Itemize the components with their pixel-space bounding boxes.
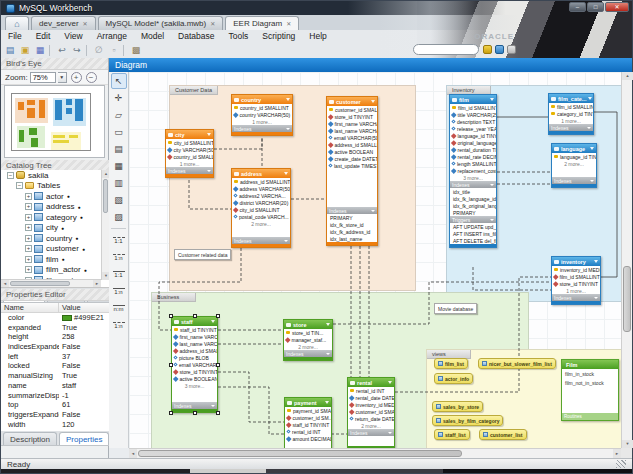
menu-tools[interactable]: Tools (221, 31, 255, 41)
section-header-indexes[interactable]: Indexes (284, 350, 332, 357)
tree-item-table-address[interactable]: +address● (1, 202, 109, 213)
property-row-indicesExpanded[interactable]: indicesExpandedFalse (1, 342, 109, 352)
collapse-icon[interactable] (211, 320, 215, 323)
relationship-line[interactable] (395, 277, 551, 392)
table-header[interactable]: store (284, 320, 332, 329)
property-row-triggersExpanded[interactable]: triggersExpandedFalse (1, 410, 109, 420)
expander-icon[interactable]: + (25, 224, 32, 231)
tree-item-table-city[interactable]: +city● (1, 223, 109, 234)
menu-edit[interactable]: Edit (29, 31, 58, 41)
section-header-indexes[interactable]: Indexes (552, 294, 600, 301)
toggle-page-icon[interactable]: ▫ (108, 44, 120, 56)
expander-icon[interactable]: + (25, 193, 32, 200)
minimize-button[interactable]: – (569, 2, 586, 12)
zoom-combo-arrow-icon[interactable]: ▼ (58, 72, 67, 83)
routine-film_in_stock[interactable]: film_in_stock (562, 369, 618, 378)
more-columns[interactable]: 1 more... (549, 117, 593, 124)
diagram-canvas[interactable]: Customer DataInventoryBusinessviewsCusto… (129, 72, 623, 450)
property-row-top[interactable]: top61 (1, 400, 109, 410)
relationship-line[interactable] (594, 112, 617, 277)
property-row-width[interactable]: width120 (1, 419, 109, 429)
note-customer-related-data[interactable]: Customer related data (174, 249, 231, 260)
menu-help[interactable]: Help (302, 31, 333, 41)
table-header[interactable]: film_cate... (549, 94, 593, 103)
find-options-icon[interactable] (483, 45, 492, 54)
more-columns[interactable]: 1 more... (232, 118, 292, 125)
collapse-icon[interactable] (594, 260, 598, 263)
section-header-indexes[interactable]: Indexes (166, 167, 213, 174)
section-header-triggers[interactable]: Triggers (450, 216, 496, 223)
view-tool[interactable]: ▧ (111, 192, 127, 208)
tab-properties[interactable]: Properties (59, 432, 109, 445)
rel-11-non-identifying-tool[interactable]: 1:1 (111, 232, 127, 248)
table-figure-language[interactable]: languagelanguage_id TINY...2 more...Inde… (551, 143, 597, 188)
view-figure-sales_by_store[interactable]: sales_by_store (432, 401, 483, 412)
section-header-indexes[interactable]: Indexes (552, 177, 596, 184)
tab-description[interactable]: Description (3, 432, 57, 445)
more-columns[interactable]: 2 more... (284, 343, 332, 350)
tab-close-icon[interactable]: ✕ (286, 20, 291, 27)
tree-item-table-customer[interactable]: +customer● (1, 244, 109, 255)
tree-item-schema[interactable]: −sakila (1, 170, 109, 181)
section-header-indexes[interactable]: Indexes (232, 237, 290, 244)
table-figure-inventory[interactable]: inventoryinventory_id MEDI...film_id SMA… (551, 256, 601, 305)
tree-item-tables-folder[interactable]: −Tables (1, 181, 109, 192)
collapse-icon[interactable] (588, 97, 592, 100)
selection-handle[interactable] (193, 411, 197, 415)
property-row-color[interactable]: color#499E21 (1, 313, 109, 323)
selection-handle[interactable] (169, 363, 173, 367)
collapse-icon[interactable] (284, 172, 288, 175)
collapse-icon[interactable] (490, 98, 494, 101)
collapse-icon[interactable] (326, 323, 330, 326)
rel-1n-existing-tool[interactable]: 1:n (111, 317, 127, 333)
collapse-icon[interactable] (371, 100, 375, 103)
table-header[interactable]: inventory (552, 257, 600, 266)
close-button[interactable]: ✕ (605, 2, 629, 12)
toggle-sidebar-icon[interactable] (495, 45, 504, 54)
more-columns[interactable]: 3 more... (450, 174, 496, 181)
table-figure-address[interactable]: addressaddress_id SMALLINTaddress VARCHA… (231, 168, 291, 248)
more-columns[interactable]: 3 more... (172, 382, 217, 389)
view-figure-staff_list[interactable]: staff_list (434, 429, 470, 440)
table-header[interactable]: language (552, 144, 596, 153)
layer-tool[interactable]: ▭ (111, 124, 127, 140)
toggle-grid-icon[interactable]: ∅ (93, 44, 105, 56)
doc-tab-dev_server[interactable]: dev_server✕ (31, 16, 96, 30)
section-header-indexes[interactable]: Indexes (172, 402, 217, 409)
tree-item-table-country[interactable]: +country● (1, 233, 109, 244)
table-figure-staff[interactable]: staffstaff_id TINYINTfirst_name VARCH...… (171, 316, 218, 413)
relationship-line[interactable] (218, 372, 284, 422)
relationship-line[interactable] (214, 138, 262, 149)
section-header-indexes[interactable]: Indexes (232, 125, 292, 132)
tree-vscrollbar[interactable]: ▲ ▼ (101, 170, 109, 280)
view-figure-film_list[interactable]: film_list (434, 358, 468, 369)
doc-tab-eer[interactable]: EER Diagram✕ (225, 16, 299, 30)
view-figure-sales_by_film_category[interactable]: sales_by_film_category (432, 415, 503, 426)
section-header-indexes[interactable]: Indexes (348, 429, 394, 436)
home-tab[interactable]: ⌂ (5, 16, 29, 30)
rel-1n-identifying-tool[interactable]: 1:n (111, 283, 127, 299)
table-header[interactable]: film (450, 95, 496, 104)
save-model-icon[interactable]: ▦ (34, 44, 46, 56)
section-header-indexes[interactable]: Indexes (549, 124, 593, 131)
menu-arrange[interactable]: Arrange (90, 31, 134, 41)
expander-icon[interactable]: + (25, 203, 32, 210)
routine-group-header[interactable]: Film (562, 360, 618, 369)
redo-icon[interactable]: ↪ (71, 44, 83, 56)
more-columns[interactable]: 1 more... (552, 287, 600, 294)
property-row-left[interactable]: left37 (1, 351, 109, 361)
tree-item-table-film[interactable]: +film● (1, 254, 109, 265)
table-figure-payment[interactable]: paymentpayment_id SMA...customer_id SM..… (284, 397, 332, 450)
eraser-tool[interactable]: ▱ (111, 107, 127, 123)
selection-handle[interactable] (169, 411, 173, 415)
relationship-line[interactable] (473, 267, 551, 290)
canvas-vscrollbar[interactable]: ▲ ▼ (621, 72, 632, 448)
table-figure-rental[interactable]: rentalrental_id INTrental_date DATE...in… (347, 377, 395, 450)
table-figure-film[interactable]: filmfilm_id SMALLINTtitle VARCHAR(255)de… (449, 94, 497, 248)
table-tool[interactable]: ▥ (111, 175, 127, 191)
relationship-line[interactable] (189, 175, 231, 209)
expander-icon[interactable]: − (7, 172, 14, 179)
section-header-indexes[interactable]: Indexes (327, 207, 377, 214)
sketch-icon[interactable]: ▩ (130, 44, 142, 56)
table-header[interactable]: city (166, 130, 213, 139)
